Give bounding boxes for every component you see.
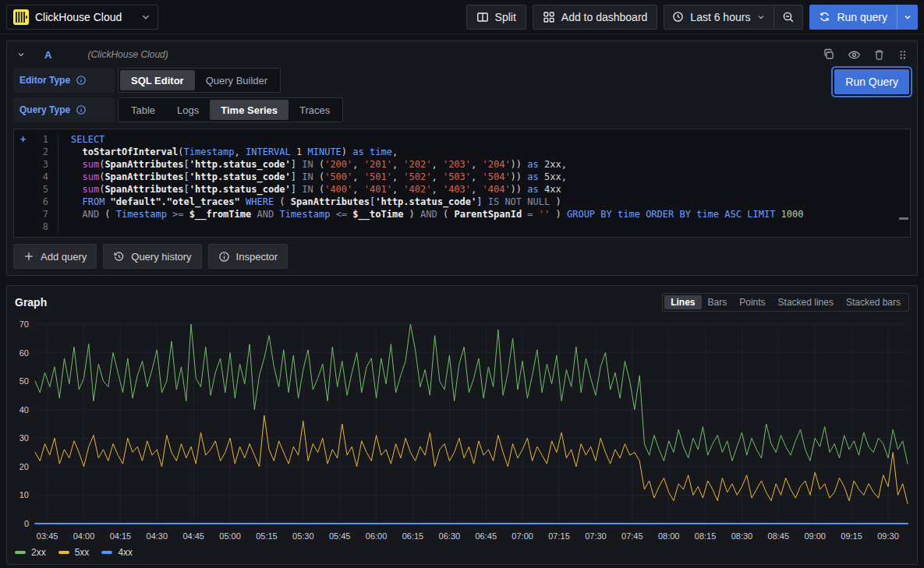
legend-swatch-2xx [15,551,26,554]
info-icon[interactable] [76,75,87,86]
svg-text:05:30: 05:30 [292,531,314,541]
code-line[interactable]: 3 sum(SpanAttributes['http.status_code']… [14,158,910,171]
code-line[interactable]: 8 [14,220,910,233]
editor-type-option-sql[interactable]: SQL Editor [120,70,195,90]
query-history-button[interactable]: Query history [103,244,201,269]
svg-text:60: 60 [19,348,29,358]
svg-text:04:30: 04:30 [147,531,168,541]
svg-text:06:30: 06:30 [439,531,461,541]
query-type-toggle: Table Logs Time Series Traces [118,97,343,122]
query-row-actions [823,48,908,62]
plus-icon [23,251,34,262]
code-line[interactable]: 7 AND ( Timestamp >= $__fromTime AND Tim… [14,208,910,220]
svg-text:08:15: 08:15 [695,531,717,541]
graph-mode-bars[interactable]: Bars [702,295,734,309]
query-footer-buttons: Add query Query history Inspector [13,244,911,269]
chevron-down-icon [756,12,766,22]
code-line[interactable]: 5 sum(SpanAttributes['http.status_code']… [14,183,910,196]
run-query-button[interactable]: Run query [809,5,897,30]
svg-text:07:00: 07:00 [512,531,533,541]
legend-swatch-4xx [101,551,112,554]
explore-main: A (ClickHouse Cloud) Editor [0,34,924,568]
svg-text:06:15: 06:15 [402,531,424,541]
graph-mode-lines[interactable]: Lines [664,295,701,309]
add-query-button[interactable]: Add query [13,244,97,269]
history-icon [113,251,125,263]
svg-text:07:30: 07:30 [585,531,607,541]
svg-text:0: 0 [24,519,29,528]
svg-text:06:00: 06:00 [366,531,388,541]
legend-item-4xx[interactable]: 4xx [101,547,133,558]
svg-text:05:00: 05:00 [219,531,241,541]
hide-query-eye-icon[interactable] [848,48,861,62]
legend-swatch-5xx [58,551,69,554]
zoom-out-button[interactable] [774,5,802,29]
query-row-header: A (ClickHouse Cloud) [7,41,917,68]
code-line[interactable]: 6 FROM "default"."otel_traces" WHERE ( S… [14,196,910,208]
legend-item-5xx[interactable]: 5xx [58,547,90,558]
svg-text:04:45: 04:45 [182,531,204,541]
query-type-option-logs[interactable]: Logs [166,100,210,120]
info-circle-icon [218,251,230,263]
add-to-dashboard-label: Add to dashboard [561,11,648,23]
chart-legend: 2xx 5xx 4xx [7,545,917,564]
svg-text:08:30: 08:30 [731,531,753,541]
svg-text:10: 10 [19,490,29,499]
graph-mode-toggle: Lines Bars Points Stacked lines Stacked … [662,293,909,312]
time-range-button[interactable]: Last 6 hours [664,5,774,29]
legend-item-2xx[interactable]: 2xx [15,547,46,558]
code-line[interactable]: 2 toStartOfInterval(Timestamp, INTERVAL … [14,146,910,158]
graph-mode-stacked-lines[interactable]: Stacked lines [772,295,840,309]
query-type-row: Query Type Table Logs Time Series Traces [13,97,911,122]
run-query-caret[interactable] [897,5,918,30]
collapse-chevron-icon[interactable] [16,50,26,59]
svg-text:06:45: 06:45 [475,531,497,541]
svg-text:04:15: 04:15 [110,531,132,541]
add-to-dashboard-button[interactable]: Add to dashboard [533,5,658,30]
query-type-label: Query Type [13,97,115,122]
run-query-split-button: Run query [809,5,918,30]
query-editor-panel: A (ClickHouse Cloud) Editor [6,41,918,276]
graph-mode-stacked-bars[interactable]: Stacked bars [840,295,907,309]
svg-text:04:00: 04:00 [73,531,95,541]
svg-text:07:45: 07:45 [621,531,643,541]
editor-type-row: Editor Type SQL Editor Query Builder [13,68,911,93]
code-line[interactable]: 4 sum(SpanAttributes['http.status_code']… [14,171,910,183]
svg-text:08:45: 08:45 [768,531,790,541]
svg-text:30: 30 [19,433,29,443]
duplicate-query-icon[interactable] [823,48,835,61]
delete-query-trash-icon[interactable] [873,49,885,61]
panel-run-query-button[interactable]: Run Query [834,69,909,94]
svg-text:05:15: 05:15 [256,531,278,541]
graph-mode-points[interactable]: Points [733,295,771,309]
query-type-option-table[interactable]: Table [120,100,166,120]
time-range-label: Last 6 hours [690,11,750,23]
editor-type-label: Editor Type [13,68,115,93]
graph-title: Graph [15,296,47,309]
info-icon[interactable] [76,104,87,115]
svg-text:05:45: 05:45 [329,531,351,541]
editor-type-option-builder[interactable]: Query Builder [195,70,278,90]
query-type-option-timeseries[interactable]: Time Series [210,100,289,120]
query-datasource-hint: (ClickHouse Cloud) [87,49,168,60]
svg-text:08:00: 08:00 [658,531,680,541]
drag-handle-icon[interactable] [897,49,908,61]
query-type-option-traces[interactable]: Traces [289,100,341,120]
editor-overview-mark [899,217,908,220]
expand-query-icon[interactable]: + [14,133,31,146]
svg-text:07:15: 07:15 [548,531,570,541]
topbar: ClickHouse Cloud Split Add to dashboard … [0,0,924,34]
sql-code-editor[interactable]: +1SELECT2 toStartOfInterval(Timestamp, I… [13,129,911,238]
datasource-picker[interactable]: ClickHouse Cloud [6,5,158,30]
time-picker-group: Last 6 hours [664,5,803,30]
clock-icon [672,11,684,23]
inspector-button[interactable]: Inspector [208,244,288,269]
svg-text:70: 70 [19,319,29,329]
timeseries-chart[interactable]: 01020304050607003:4504:0004:1504:3004:45… [7,313,917,545]
split-button[interactable]: Split [466,5,526,30]
svg-text:09:30: 09:30 [877,531,899,541]
code-line[interactable]: +1SELECT [14,133,910,146]
svg-text:03:45: 03:45 [37,531,58,541]
refresh-icon [819,11,830,23]
clickhouse-logo-icon [13,9,29,25]
